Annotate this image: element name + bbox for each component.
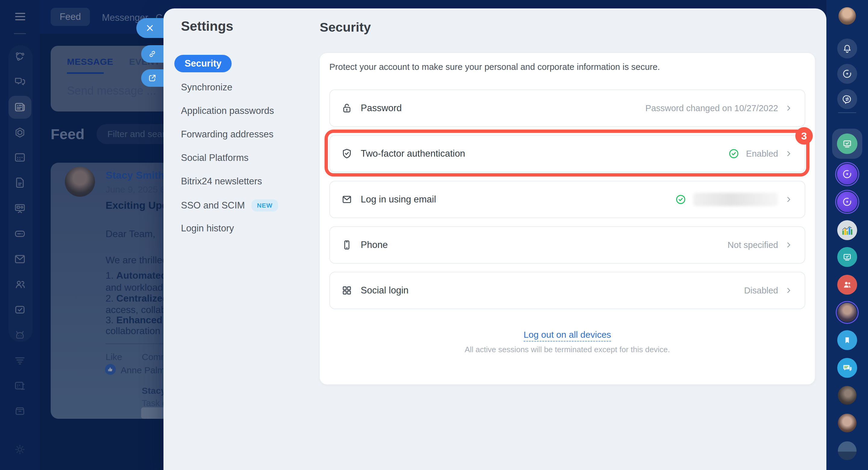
contact-avatar[interactable] bbox=[838, 386, 857, 405]
chevron-right-icon bbox=[785, 150, 793, 158]
contact-avatar[interactable] bbox=[838, 441, 857, 460]
settings-modal: Settings Security Synchronize Applicatio… bbox=[163, 8, 826, 470]
settings-nav-security[interactable]: Security bbox=[174, 55, 231, 72]
right-sidebar bbox=[826, 0, 868, 470]
settings-nav-application-passwords[interactable]: Application passwords bbox=[181, 105, 274, 116]
chevron-right-icon bbox=[785, 196, 793, 203]
success-check-icon bbox=[728, 148, 740, 159]
tutorial-step-badge: 3 bbox=[795, 127, 813, 145]
contacts-people-icon[interactable] bbox=[837, 275, 857, 295]
nav-label: SSO and SCIM bbox=[181, 200, 245, 211]
chat-bubbles-icon[interactable] bbox=[837, 358, 857, 378]
contact-avatar[interactable] bbox=[838, 303, 857, 322]
row-label: Phone bbox=[361, 239, 388, 250]
chart-avatar[interactable] bbox=[837, 220, 857, 240]
row-meta: Enabled bbox=[746, 149, 778, 159]
settings-nav-bitrix24-newsletters[interactable]: Bitrix24 newsletters bbox=[181, 176, 262, 187]
chevron-right-icon bbox=[785, 104, 793, 112]
security-description: Protect your account to make sure your p… bbox=[329, 62, 660, 72]
chat-sync-icon[interactable] bbox=[837, 89, 857, 109]
chevron-right-icon bbox=[785, 287, 793, 294]
logout-all-devices-link[interactable]: Log out on all devices bbox=[320, 330, 815, 340]
link-icon bbox=[148, 49, 157, 59]
redacted-email-value bbox=[693, 193, 778, 206]
new-badge: NEW bbox=[251, 199, 278, 211]
mail-icon bbox=[341, 194, 353, 205]
settings-nav-synchronize[interactable]: Synchronize bbox=[181, 82, 232, 93]
security-row-password[interactable]: Password Password changed on 10/27/2022 bbox=[329, 90, 805, 127]
security-card: Protect your account to make sure your p… bbox=[320, 53, 815, 384]
settings-nav-forwarding-addresses[interactable]: Forwarding addresses bbox=[181, 129, 274, 140]
smartphone-icon bbox=[341, 239, 353, 251]
settings-title: Settings bbox=[181, 19, 234, 34]
row-label: Two-factor authentication bbox=[361, 148, 465, 159]
shield-check-icon bbox=[341, 147, 353, 160]
copilot-icon[interactable] bbox=[837, 64, 857, 84]
rail-divider bbox=[838, 112, 856, 113]
active-widget-frame[interactable] bbox=[832, 129, 862, 159]
copilot-purple-icon[interactable] bbox=[837, 164, 858, 184]
chevron-right-icon bbox=[785, 241, 793, 249]
open-in-new-window-button[interactable] bbox=[141, 69, 163, 87]
security-row-two-factor[interactable]: Two-factor authentication Enabled bbox=[329, 135, 805, 172]
contact-avatar[interactable] bbox=[838, 414, 857, 432]
settings-nav-social-platforms[interactable]: Social Platforms bbox=[181, 153, 249, 163]
external-link-icon bbox=[148, 73, 157, 82]
row-meta: Password changed on 10/27/2022 bbox=[645, 103, 778, 113]
security-row-social-login[interactable]: Social login Disabled bbox=[329, 272, 805, 309]
logout-note: All active sessions will be terminated e… bbox=[320, 345, 815, 354]
security-row-phone[interactable]: Phone Not specified bbox=[329, 226, 805, 264]
logout-link-text[interactable]: Log out on all devices bbox=[524, 330, 611, 342]
lock-icon bbox=[341, 102, 353, 114]
settings-nav-login-history[interactable]: Login history bbox=[181, 223, 234, 234]
security-row-login-email[interactable]: Log in using email bbox=[329, 181, 805, 218]
grid-icon bbox=[341, 284, 353, 297]
row-meta: Disabled bbox=[744, 286, 778, 296]
row-meta: Not specified bbox=[727, 240, 778, 250]
row-label: Social login bbox=[361, 285, 409, 296]
success-check-icon bbox=[675, 194, 686, 205]
security-page-heading: Security bbox=[320, 20, 371, 35]
bookmark-icon[interactable] bbox=[837, 330, 857, 350]
close-icon bbox=[145, 23, 155, 33]
close-button[interactable] bbox=[136, 18, 163, 38]
row-label: Password bbox=[361, 103, 402, 113]
tasks-teal-icon[interactable] bbox=[837, 247, 857, 267]
row-label: Log in using email bbox=[361, 194, 436, 205]
copy-link-button[interactable] bbox=[141, 45, 163, 63]
user-avatar[interactable] bbox=[838, 7, 856, 25]
copilot-purple-icon[interactable] bbox=[837, 192, 858, 212]
settings-nav-sso-scim[interactable]: SSO and SCIM NEW bbox=[181, 199, 278, 211]
notifications-bell-icon[interactable] bbox=[837, 39, 857, 59]
tasks-monitor-check-icon bbox=[837, 133, 858, 154]
